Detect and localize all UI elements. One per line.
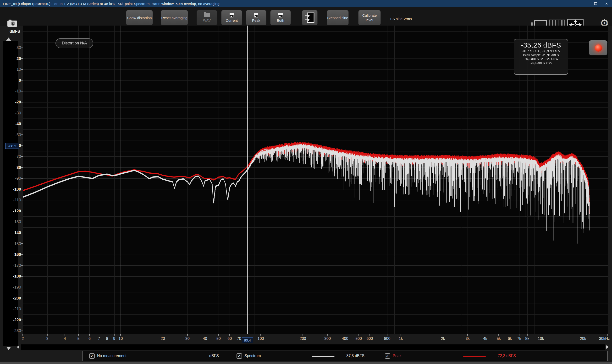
x-tick-label: 60 bbox=[227, 337, 232, 341]
y-tick-mark bbox=[21, 124, 23, 124]
spectrum-line-swatch bbox=[312, 356, 334, 357]
x-tick-label: 10k bbox=[538, 337, 544, 341]
close-button[interactable]: ✕ bbox=[601, 0, 612, 7]
scroll-up-arrow[interactable] bbox=[6, 38, 11, 41]
scroll-down-arrow[interactable] bbox=[6, 347, 11, 350]
x-tick-label: 5 bbox=[78, 337, 80, 341]
save-peak-button[interactable]: Peak bbox=[246, 10, 266, 25]
input-routing-button[interactable] bbox=[302, 10, 318, 25]
y-tick-label: 30 bbox=[6, 45, 21, 50]
y-tick-label: -40 bbox=[6, 121, 21, 127]
x-tick-label: 20k bbox=[580, 337, 586, 341]
x-tick-mark bbox=[187, 334, 188, 336]
stepped-sine-button[interactable]: Stepped sine bbox=[327, 10, 349, 25]
x-tick-label: 400 bbox=[342, 337, 348, 341]
x-tick-mark bbox=[443, 334, 443, 336]
x-tick-label: 4 bbox=[64, 337, 66, 341]
x-tick-mark bbox=[229, 334, 230, 336]
y-tick-label: -200 bbox=[6, 296, 21, 301]
y-tick-label: -100 bbox=[6, 187, 21, 192]
record-button[interactable] bbox=[589, 40, 607, 55]
x-tick-mark bbox=[485, 334, 485, 336]
cursor-level-readout[interactable]: -60,3 bbox=[5, 143, 19, 149]
x-tick-label: 100 bbox=[258, 337, 264, 341]
y-tick-label: -230 bbox=[6, 328, 21, 333]
x-tick-mark bbox=[467, 334, 468, 336]
save-current-button[interactable]: Current bbox=[221, 10, 242, 25]
scroll-left-arrow[interactable] bbox=[17, 345, 19, 349]
save-both-button[interactable]: Both bbox=[270, 10, 291, 25]
x-tick-mark bbox=[498, 334, 499, 336]
y-tick-label: -150 bbox=[6, 241, 21, 247]
screenshot-camera-icon[interactable] bbox=[7, 19, 17, 27]
x-tick-label: 2 bbox=[22, 337, 24, 341]
x-tick-mark bbox=[163, 334, 163, 336]
unit-label: dBFS bbox=[209, 354, 219, 358]
y-tick-mark bbox=[21, 320, 23, 320]
peak-label: Peak bbox=[393, 354, 401, 358]
peak-cursor-value: -72,3 dBFS bbox=[497, 354, 516, 358]
y-tick-mark bbox=[21, 200, 23, 200]
x-tick-mark bbox=[510, 334, 510, 336]
x-tick-mark bbox=[114, 334, 114, 336]
folder-icon bbox=[204, 13, 210, 17]
y-tick-mark bbox=[21, 287, 23, 287]
x-tick-mark bbox=[541, 334, 541, 336]
calibrate-level-button[interactable]: Calibrate level bbox=[358, 10, 381, 25]
x-tick-label: 800 bbox=[384, 337, 390, 341]
x-tick-mark bbox=[303, 334, 303, 336]
y-tick-mark bbox=[21, 113, 23, 113]
x-tick-mark bbox=[387, 334, 388, 336]
x-tick-mark bbox=[107, 334, 107, 336]
y-tick-mark bbox=[21, 167, 23, 168]
y-tick-label: -190 bbox=[6, 285, 21, 290]
spectrum-checkbox[interactable]: ✓ bbox=[236, 353, 242, 359]
y-tick-mark bbox=[21, 309, 23, 309]
y-tick-mark bbox=[21, 134, 23, 135]
x-tick-label: 3 bbox=[46, 337, 49, 341]
y-tick-label: -90 bbox=[6, 176, 21, 181]
y-tick-label: -170 bbox=[6, 263, 21, 268]
x-tick-mark bbox=[401, 334, 401, 336]
save-wav-button[interactable]: WAV bbox=[196, 10, 217, 25]
show-distortion-button[interactable]: Show distortion bbox=[126, 10, 153, 25]
x-tick-label: 200 bbox=[300, 337, 306, 341]
no-measurement-label: No measurement bbox=[97, 354, 126, 358]
title-bar[interactable]: LINE_IN (Общая громкость) L on In 1-2 (M… bbox=[0, 0, 612, 7]
y-tick-mark bbox=[21, 331, 23, 331]
band-level-readout: -35,3 dBFS 22 - 22k UNW bbox=[514, 57, 568, 61]
scroll-right-arrow[interactable] bbox=[606, 345, 609, 349]
x-tick-mark bbox=[78, 334, 79, 336]
y-tick-mark bbox=[21, 69, 23, 70]
y-tick-mark bbox=[21, 222, 23, 222]
y-tick-label: -180 bbox=[6, 273, 21, 279]
y-tick-label: -110 bbox=[6, 197, 21, 203]
horizontal-scrollbar[interactable] bbox=[21, 344, 605, 350]
x-tick-mark bbox=[99, 334, 99, 336]
window-resize-edge bbox=[0, 362, 612, 364]
reset-averaging-button[interactable]: Reset averaging bbox=[161, 10, 188, 25]
x-tick-label: 10 bbox=[118, 337, 123, 341]
no-measurement-checkbox[interactable]: ✓ bbox=[89, 353, 95, 359]
y-tick-label: -10 bbox=[6, 88, 21, 94]
y-tick-mark bbox=[21, 178, 23, 179]
peak-checkbox[interactable]: ✓ bbox=[385, 353, 390, 359]
y-tick-mark bbox=[21, 156, 23, 157]
x-tick-mark bbox=[260, 334, 261, 336]
x-tick-mark bbox=[47, 334, 48, 336]
minimize-button[interactable]: — bbox=[579, 0, 590, 7]
x-tick-label: 2k bbox=[441, 337, 445, 341]
x-tick-mark bbox=[370, 334, 370, 336]
x-tick-label: 500 bbox=[355, 337, 362, 341]
cursor-frequency-readout[interactable]: 80,4 bbox=[242, 337, 253, 343]
y-tick-mark bbox=[21, 265, 23, 266]
floppy-disk-icon bbox=[253, 13, 259, 18]
y-tick-mark bbox=[21, 211, 23, 211]
x-tick-mark bbox=[327, 334, 328, 336]
y-tick-mark bbox=[21, 58, 23, 59]
x-tick-label: 40 bbox=[203, 337, 207, 341]
x-tick-mark bbox=[519, 334, 519, 336]
maximize-button[interactable] bbox=[590, 0, 601, 7]
y-tick-mark bbox=[21, 243, 23, 244]
x-tick-label: 7 bbox=[98, 337, 100, 341]
